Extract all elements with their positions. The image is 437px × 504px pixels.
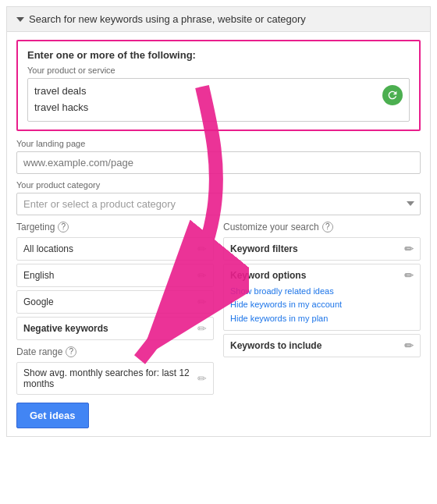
category-group: Your product category Enter or select a … — [16, 180, 421, 215]
edit-keywords-to-include-icon: ✏ — [404, 339, 414, 352]
targeting-item-negative-keywords[interactable]: Negative keywords ✏ — [16, 317, 214, 340]
header-label: Search for new keywords using a phrase, … — [29, 13, 306, 25]
date-range-title: Date range ? — [16, 346, 214, 357]
product-input-area[interactable]: travel dealstravel hacks — [27, 78, 410, 122]
get-ideas-button[interactable]: Get ideas — [16, 403, 89, 428]
category-placeholder: Enter or select a product category — [23, 198, 176, 210]
keyword-options-item: Keyword options ✏ Show broadly related i… — [223, 264, 421, 332]
category-label: Your product category — [16, 180, 421, 190]
edit-network-icon: ✏ — [197, 296, 207, 308]
date-range-text: Show avg. monthly searches for: last 12 … — [23, 367, 197, 389]
keyword-filters-label: Keyword filters — [230, 243, 298, 254]
keyword-filters-title: Keyword filters ✏ — [230, 243, 414, 255]
targeting-item-network[interactable]: Google ✏ — [16, 290, 214, 314]
customize-title: Customize your search ? — [223, 222, 421, 232]
landing-page-group: Your landing page — [16, 139, 421, 174]
category-select[interactable]: Enter or select a product category — [16, 193, 421, 215]
landing-page-input[interactable] — [16, 151, 421, 174]
keyword-filters-item[interactable]: Keyword filters ✏ — [223, 237, 421, 261]
collapse-triangle-icon — [16, 17, 24, 22]
category-select-wrapper: Enter or select a product category — [16, 193, 421, 215]
targeting-title: Targeting ? — [16, 222, 214, 232]
show-broadly-related-link[interactable]: Show broadly related ideas — [230, 285, 414, 299]
edit-keyword-options-icon: ✏ — [404, 269, 414, 282]
customize-section: Customize your search ? Keyword filters … — [223, 222, 421, 395]
targeting-negative-keywords-text: Negative keywords — [23, 323, 108, 334]
product-box: Enter one or more of the following: Your… — [16, 40, 421, 131]
two-col-layout: Targeting ? All locations ✏ English ✏ Go… — [16, 222, 421, 395]
targeting-network-text: Google — [23, 296, 54, 307]
edit-negative-keywords-icon: ✏ — [197, 322, 207, 335]
hide-keywords-plan-link[interactable]: Hide keywords in my plan — [230, 312, 414, 326]
keyword-options-title: Keyword options ✏ — [230, 269, 414, 282]
product-field-label: Your product or service — [27, 66, 410, 75]
keyword-options-links: Show broadly related ideas Hide keywords… — [230, 285, 414, 326]
enter-label: Enter one or more of the following: — [27, 49, 410, 61]
hide-keywords-account-link[interactable]: Hide keywords in my account — [230, 298, 414, 312]
edit-language-icon: ✏ — [197, 269, 207, 282]
date-range-section: Date range ? Show avg. monthly searches … — [16, 346, 214, 395]
date-range-help-icon[interactable]: ? — [66, 346, 76, 357]
customize-help-icon[interactable]: ? — [322, 222, 333, 232]
targeting-section: Targeting ? All locations ✏ English ✏ Go… — [16, 222, 214, 395]
targeting-title-text: Targeting — [16, 222, 55, 232]
edit-date-range-icon: ✏ — [197, 372, 207, 385]
keyword-options-label: Keyword options — [230, 270, 306, 281]
keywords-to-include-title: Keywords to include ✏ — [230, 339, 414, 352]
targeting-locations-text: All locations — [23, 243, 73, 254]
edit-keyword-filters-icon: ✏ — [404, 243, 414, 255]
keywords-to-include-label: Keywords to include — [230, 340, 322, 351]
keywords-text: travel dealstravel hacks — [34, 83, 88, 116]
edit-locations-icon: ✏ — [197, 243, 207, 255]
search-panel-header[interactable]: Search for new keywords using a phrase, … — [7, 7, 430, 32]
date-range-box[interactable]: Show avg. monthly searches for: last 12 … — [16, 362, 214, 395]
customize-title-text: Customize your search — [223, 222, 319, 232]
landing-page-label: Your landing page — [16, 139, 421, 148]
targeting-help-icon[interactable]: ? — [58, 222, 69, 232]
targeting-item-locations[interactable]: All locations ✏ — [16, 237, 214, 261]
targeting-language-text: English — [23, 270, 54, 281]
targeting-item-language[interactable]: English ✏ — [16, 264, 214, 287]
refresh-icon[interactable] — [382, 85, 403, 105]
date-range-title-text: Date range — [16, 346, 62, 357]
keywords-to-include-item[interactable]: Keywords to include ✏ — [223, 334, 421, 357]
